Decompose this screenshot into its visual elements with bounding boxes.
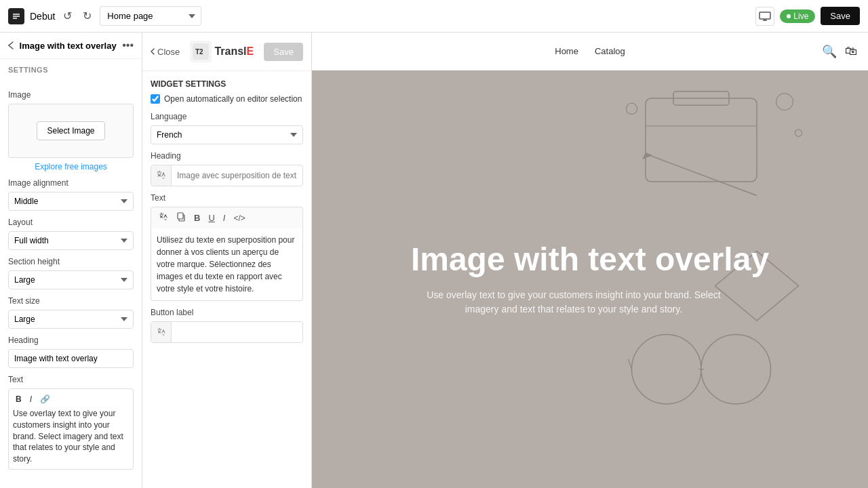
right-preview: Home Catalog 🔍 🛍 [312, 33, 868, 488]
transl-logo: T2 TranslE [190, 41, 254, 62]
text-editor-toolbar: B I 🔗 [13, 393, 129, 405]
nav-home[interactable]: Home [555, 46, 578, 56]
image-field-label: Image [8, 90, 134, 100]
translate-icon [151, 165, 172, 186]
svg-point-16 [632, 335, 702, 405]
nav-icons: 🔍 🛍 [822, 44, 857, 59]
preview-frame: Home Catalog 🔍 🛍 [312, 33, 868, 488]
hero-section: Image with text overlay Use overlay text… [312, 70, 868, 488]
italic-btn[interactable]: I [220, 211, 229, 225]
text-label: Text [8, 375, 134, 384]
code-btn[interactable]: </> [230, 211, 248, 225]
image-placeholder: Select Image [8, 104, 134, 158]
transl-icon: T2 [190, 41, 212, 62]
hero-subtitle: Use overlay text to give your customers … [411, 288, 736, 317]
middle-text-label: Text [151, 193, 303, 203]
topbar-left: Debut ↺ ↻ Home page About Contact [8, 6, 201, 26]
heading-label: Heading [8, 336, 134, 345]
hero-content: Image with text overlay Use overlay text… [384, 242, 796, 317]
page-select[interactable]: Home page About Contact [100, 6, 201, 26]
text-area-box[interactable]: Utilisez du texte en superposition pour … [151, 228, 303, 301]
text-area-content: Utilisez du texte en superposition pour … [157, 235, 294, 293]
svg-text:T2: T2 [195, 48, 203, 56]
nav-catalog[interactable]: Catalog [595, 46, 625, 56]
transl-save-button[interactable]: Save [264, 43, 303, 61]
image-alignment-label: Image alignment [8, 178, 134, 188]
svg-rect-5 [178, 213, 183, 219]
text-content[interactable]: Use overlay text to give your customers … [13, 408, 129, 465]
live-dot [787, 14, 791, 18]
heading-input[interactable] [8, 349, 134, 368]
svg-line-20 [646, 154, 757, 196]
language-select[interactable]: FrenchSpanishGermanItalian [151, 125, 303, 144]
middle-heading-label: Heading [151, 151, 303, 161]
svg-point-17 [701, 335, 771, 405]
text-size-label: Text size [8, 296, 134, 306]
svg-point-10 [776, 94, 793, 110]
heading-translate-row [151, 165, 303, 186]
preview-nav: Home Catalog 🔍 🛍 [312, 33, 868, 70]
link-button[interactable]: 🔗 [37, 393, 53, 405]
button-translate-icon [151, 322, 172, 342]
layout-label: Layout [8, 218, 134, 227]
close-label: Close [157, 47, 180, 57]
left-panel: Image with text overlay ••• SETTINGS Ima… [0, 33, 142, 488]
svg-point-11 [795, 129, 802, 136]
text-toolbar-row: B U I </> [151, 207, 303, 228]
button-label-label: Button label [151, 308, 303, 317]
transl-logo-text: TranslE [214, 45, 254, 58]
auto-open-row: Open automatically on editor selection [151, 94, 303, 104]
svg-point-9 [626, 103, 637, 114]
italic-button[interactable]: I [27, 393, 35, 405]
svg-line-19 [628, 359, 631, 369]
store-icon [8, 8, 24, 24]
language-label: Language [151, 112, 303, 121]
undo-button[interactable]: ↺ [60, 7, 75, 25]
heading-translate-input[interactable] [172, 167, 302, 184]
section-height-label: Section height [8, 257, 134, 266]
live-badge: Live [780, 9, 815, 23]
left-panel-header: Image with text overlay ••• [0, 33, 142, 59]
button-label-input[interactable] [172, 323, 302, 341]
desktop-icon[interactable] [755, 7, 774, 26]
back-button[interactable] [8, 41, 14, 49]
left-panel-content: Image Select Image Explore free images I… [0, 78, 142, 488]
button-label-row [151, 321, 303, 343]
nav-links: Home Catalog [555, 46, 625, 56]
bold-button[interactable]: B [13, 393, 24, 405]
layout-select[interactable]: Full widthContained [8, 231, 134, 250]
hero-title: Image with text overlay [411, 242, 769, 278]
widget-settings-title: WIDGET SETTINGS [151, 79, 303, 89]
middle-panel-header: Close T2 TranslE Save [142, 33, 311, 71]
panel-title: Image with text overlay [20, 41, 117, 51]
middle-panel: Close T2 TranslE Save WIDGET SETTINGS Op… [142, 33, 312, 488]
cart-icon[interactable]: 🛍 [845, 44, 857, 58]
auto-open-label: Open automatically on editor selection [164, 94, 302, 104]
middle-panel-content: WIDGET SETTINGS Open automatically on ed… [142, 71, 311, 488]
text-editor: B I 🔗 Use overlay text to give your cust… [8, 388, 134, 470]
topbar-right: Live Save [755, 7, 860, 26]
image-alignment-select[interactable]: MiddleLeftRight [8, 192, 134, 211]
copy-btn[interactable] [173, 210, 189, 226]
search-icon[interactable]: 🔍 [822, 44, 837, 59]
svg-rect-1 [760, 12, 770, 19]
svg-rect-6 [646, 98, 757, 182]
settings-label: SETTINGS [0, 59, 142, 78]
text-size-select[interactable]: LargeSmallMedium [8, 310, 134, 329]
more-button[interactable]: ••• [122, 39, 134, 52]
auto-open-checkbox[interactable] [151, 94, 160, 104]
live-label: Live [793, 12, 808, 21]
explore-images-link[interactable]: Explore free images [8, 162, 134, 171]
save-button[interactable]: Save [821, 7, 860, 25]
bold-btn[interactable]: B [191, 211, 203, 225]
transl-accent: E [247, 45, 254, 57]
underline-btn[interactable]: U [205, 211, 218, 225]
close-link[interactable]: Close [151, 47, 180, 57]
main-layout: Image with text overlay ••• SETTINGS Ima… [0, 33, 868, 488]
translate-btn[interactable] [155, 210, 172, 226]
redo-button[interactable]: ↻ [80, 7, 94, 25]
select-image-button[interactable]: Select Image [37, 121, 104, 140]
section-height-select[interactable]: LargeSmallMedium [8, 270, 134, 289]
store-name: Debut [30, 11, 55, 22]
topbar: Debut ↺ ↻ Home page About Contact Live S… [0, 0, 868, 33]
